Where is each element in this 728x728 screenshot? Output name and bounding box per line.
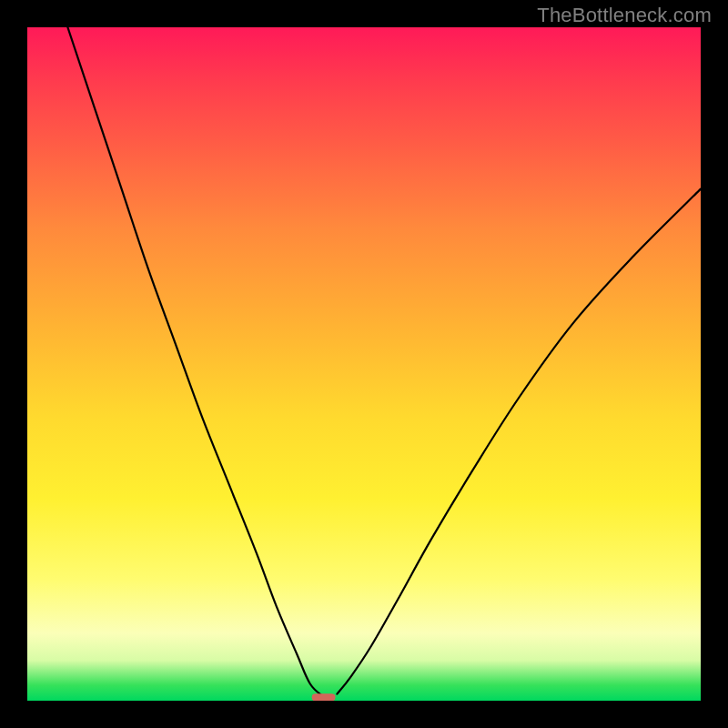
chart-frame: TheBottleneck.com	[0, 0, 728, 728]
gradient-background	[27, 27, 701, 701]
watermark-text: TheBottleneck.com	[537, 4, 712, 27]
plot-area	[27, 27, 701, 701]
